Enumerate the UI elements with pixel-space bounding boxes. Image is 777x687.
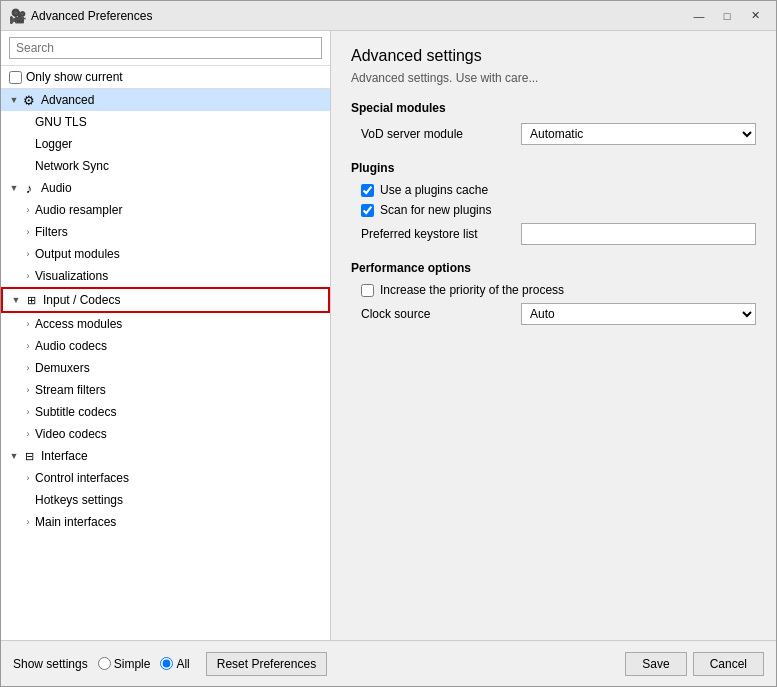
tree-item-access-modules[interactable]: › Access modules: [1, 313, 330, 335]
tree-item-hotkeys-settings[interactable]: Hotkeys settings: [1, 489, 330, 511]
tree-label-access-modules: Access modules: [35, 317, 122, 331]
tree-item-audio-codecs[interactable]: › Audio codecs: [1, 335, 330, 357]
radio-all-option: All: [160, 657, 189, 671]
keystore-row: Preferred keystore list: [351, 223, 756, 245]
expand-icon-audio: ▼: [7, 181, 21, 195]
tree-item-stream-filters[interactable]: › Stream filters: [1, 379, 330, 401]
radio-all-label: All: [176, 657, 189, 671]
audio-icon: ♪: [21, 180, 37, 196]
tree-label-video-codecs: Video codecs: [35, 427, 107, 441]
tree-item-network-sync[interactable]: Network Sync: [1, 155, 330, 177]
scan-new-plugins-checkbox[interactable]: [361, 204, 374, 217]
main-content: Only show current ▼ ⚙ Advanced GNU TLS L…: [1, 31, 776, 640]
keystore-label: Preferred keystore list: [361, 227, 521, 241]
vod-server-select[interactable]: Automatic None: [521, 123, 756, 145]
section-title-performance: Performance options: [351, 261, 756, 275]
tree-label-visualizations: Visualizations: [35, 269, 108, 283]
input-codecs-icon: ⊞: [23, 292, 39, 308]
tree-container: ▼ ⚙ Advanced GNU TLS Logger Network Sync: [1, 89, 330, 640]
search-box: [1, 31, 330, 66]
tree-item-interface[interactable]: ▼ ⊟ Interface: [1, 445, 330, 467]
window-controls: — □ ✕: [686, 5, 768, 27]
section-plugins: Plugins Use a plugins cache Scan for new…: [351, 161, 756, 245]
tree-item-advanced[interactable]: ▼ ⚙ Advanced: [1, 89, 330, 111]
tree-item-video-codecs[interactable]: › Video codecs: [1, 423, 330, 445]
chevron-right-icon: ›: [21, 471, 35, 485]
tree-item-output-modules[interactable]: › Output modules: [1, 243, 330, 265]
tree-item-input-codecs[interactable]: ▼ ⊞ Input / Codecs: [1, 287, 330, 313]
expand-icon-interface: ▼: [7, 449, 21, 463]
chevron-right-icon: ›: [21, 383, 35, 397]
tree-item-main-interfaces[interactable]: › Main interfaces: [1, 511, 330, 533]
chevron-right-icon: ›: [21, 269, 35, 283]
show-current-label: Only show current: [26, 70, 123, 84]
spacer: [21, 493, 35, 507]
tree-item-visualizations[interactable]: › Visualizations: [1, 265, 330, 287]
left-panel: Only show current ▼ ⚙ Advanced GNU TLS L…: [1, 31, 331, 640]
tree-label-output-modules: Output modules: [35, 247, 120, 261]
tree-label-audio: Audio: [41, 181, 72, 195]
show-settings-label: Show settings: [13, 657, 88, 671]
radio-simple[interactable]: [98, 657, 111, 670]
chevron-right-icon: ›: [21, 247, 35, 261]
chevron-right-icon: ›: [21, 203, 35, 217]
chevron-right-icon: ›: [21, 339, 35, 353]
bottom-left: Show settings Simple All Reset Preferenc…: [13, 652, 625, 676]
tree-label-input-codecs: Input / Codecs: [43, 293, 120, 307]
tree-label-interface: Interface: [41, 449, 88, 463]
spacer: [21, 137, 35, 151]
settings-icon: ⚙: [21, 92, 37, 108]
bottom-right: Save Cancel: [625, 652, 764, 676]
tree-label-network-sync: Network Sync: [35, 159, 109, 173]
tree-label-control-interfaces: Control interfaces: [35, 471, 129, 485]
tree-item-logger[interactable]: Logger: [1, 133, 330, 155]
chevron-right-icon: ›: [21, 405, 35, 419]
maximize-button[interactable]: □: [714, 5, 740, 27]
section-special-modules: Special modules VoD server module Automa…: [351, 101, 756, 145]
bottom-bar: Show settings Simple All Reset Preferenc…: [1, 640, 776, 686]
chevron-right-icon: ›: [21, 317, 35, 331]
tree-item-subtitle-codecs[interactable]: › Subtitle codecs: [1, 401, 330, 423]
tree-item-control-interfaces[interactable]: › Control interfaces: [1, 467, 330, 489]
tree-label-logger: Logger: [35, 137, 72, 151]
clock-source-row: Clock source Auto System: [351, 303, 756, 325]
interface-icon: ⊟: [21, 448, 37, 464]
tree-item-audio-resampler[interactable]: › Audio resampler: [1, 199, 330, 221]
radio-simple-option: Simple: [98, 657, 151, 671]
chevron-right-icon: ›: [21, 225, 35, 239]
tree-item-gnu-tls[interactable]: GNU TLS: [1, 111, 330, 133]
use-plugins-cache-checkbox[interactable]: [361, 184, 374, 197]
use-plugins-cache-label: Use a plugins cache: [380, 183, 488, 197]
chevron-right-icon: ›: [21, 515, 35, 529]
scan-new-plugins-label: Scan for new plugins: [380, 203, 491, 217]
use-plugins-cache-row: Use a plugins cache: [351, 183, 756, 197]
tree-item-filters[interactable]: › Filters: [1, 221, 330, 243]
main-window: 🎥 Advanced Preferences — □ ✕ Only show c…: [0, 0, 777, 687]
cancel-button[interactable]: Cancel: [693, 652, 764, 676]
save-button[interactable]: Save: [625, 652, 686, 676]
search-input[interactable]: [9, 37, 322, 59]
settings-title: Advanced settings: [351, 47, 756, 65]
reset-preferences-button[interactable]: Reset Preferences: [206, 652, 327, 676]
tree-label-gnu-tls: GNU TLS: [35, 115, 87, 129]
keystore-input[interactable]: [521, 223, 756, 245]
tree-label-stream-filters: Stream filters: [35, 383, 106, 397]
app-icon: 🎥: [9, 8, 25, 24]
radio-group: Simple All: [98, 657, 190, 671]
tree-label-subtitle-codecs: Subtitle codecs: [35, 405, 116, 419]
close-button[interactable]: ✕: [742, 5, 768, 27]
expand-icon-input-codecs: ▼: [9, 293, 23, 307]
clock-source-select[interactable]: Auto System: [521, 303, 756, 325]
settings-subtitle: Advanced settings. Use with care...: [351, 71, 756, 85]
spacer: [21, 115, 35, 129]
radio-all[interactable]: [160, 657, 173, 670]
tree-item-audio[interactable]: ▼ ♪ Audio: [1, 177, 330, 199]
tree-label-filters: Filters: [35, 225, 68, 239]
show-current-checkbox[interactable]: [9, 71, 22, 84]
section-title-plugins: Plugins: [351, 161, 756, 175]
minimize-button[interactable]: —: [686, 5, 712, 27]
tree-label-demuxers: Demuxers: [35, 361, 90, 375]
scan-new-plugins-row: Scan for new plugins: [351, 203, 756, 217]
tree-item-demuxers[interactable]: › Demuxers: [1, 357, 330, 379]
increase-priority-checkbox[interactable]: [361, 284, 374, 297]
